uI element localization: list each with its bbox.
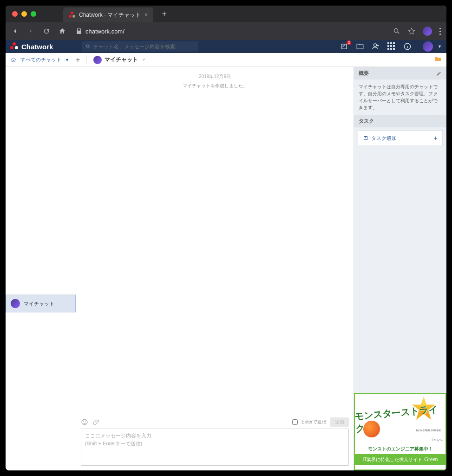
search-input[interactable]: [93, 44, 194, 49]
titlebar: Chatwork - マイチャット × +: [6, 6, 446, 22]
chevron-down-icon: ▼: [438, 44, 442, 49]
subheader: すべてのチャット ▼ + マイチャット: [6, 53, 446, 67]
search-icon: [85, 44, 91, 49]
back-icon[interactable]: [11, 27, 19, 35]
svg-point-2: [374, 44, 377, 46]
home-icon[interactable]: [59, 27, 66, 35]
url-text: chatwork.com/: [85, 28, 124, 35]
ad-subtext: MONSTER STRIKE: [416, 429, 441, 432]
browser-tab[interactable]: Chatwork - マイチャット ×: [63, 7, 153, 22]
send-button[interactable]: 送信: [330, 417, 349, 427]
plus-icon: +: [434, 134, 438, 142]
svg-point-4: [82, 419, 87, 425]
address-bar: chatwork.com/: [6, 22, 446, 40]
profile-avatar-icon[interactable]: [423, 26, 432, 36]
browser-menu-icon[interactable]: [439, 28, 441, 35]
room-title: マイチャット: [93, 56, 146, 64]
room-avatar-icon: [93, 56, 102, 64]
ad-footer-text: IT業界に特化した求人サイト: [362, 456, 422, 463]
system-message: マイチャットを作成しました。: [81, 83, 349, 89]
summary-body: マイチャットは自分専用のチャットです。自分用のメモやタスク管理、ファイルサーバー…: [354, 79, 446, 115]
task-badge: 2: [347, 40, 351, 45]
task-title: タスク: [359, 118, 374, 125]
enter-send-label: Enterで送信: [301, 419, 327, 425]
chat-list-upper: [6, 67, 76, 295]
window-controls: [12, 11, 36, 17]
chat-item-label: マイチャット: [24, 300, 54, 307]
folder-icon[interactable]: [434, 55, 442, 63]
svg-point-6: [85, 421, 85, 422]
advertisement[interactable]: 広告˅ モンスターストライク MONSTER STRIKE ©XFLAG モンス…: [354, 393, 446, 470]
task-icon[interactable]: 2: [340, 42, 348, 51]
home-outline-icon: [10, 57, 17, 63]
maximize-window-button[interactable]: [31, 11, 36, 17]
sidebar-item-mychat[interactable]: マイチャット: [6, 295, 76, 312]
attach-icon[interactable]: [93, 418, 100, 426]
ad-footer: IT業界に特化した求人サイト Green: [355, 454, 445, 465]
right-panel: 概要 マイチャットは自分専用のチャットです。自分用のメモやタスク管理、ファイルサ…: [354, 67, 446, 470]
user-menu[interactable]: ▼: [423, 41, 442, 52]
apps-grid-icon[interactable]: [387, 42, 396, 51]
lock-icon: [75, 27, 83, 35]
ad-headline: モンストのエンジニア募集中！: [355, 444, 445, 454]
message-input[interactable]: ここにメッセージ内容を入力 (Shift + Enterキーで送信): [81, 429, 349, 466]
tab-title: Chatwork - マイチャット: [79, 11, 141, 19]
info-icon[interactable]: [403, 42, 412, 51]
emoji-icon[interactable]: [81, 418, 88, 426]
svg-point-0: [394, 29, 398, 33]
chat-avatar-icon: [11, 299, 20, 308]
app-logo[interactable]: Chatwork: [10, 42, 53, 51]
task-header: タスク: [354, 115, 446, 127]
placeholder-line1: ここにメッセージ内容を入力: [85, 432, 345, 440]
main-panel: 2019年12月9日 マイチャットを作成しました。 Enterで送信 送信 ここ…: [76, 67, 354, 470]
summary-header: 概要: [354, 67, 446, 79]
summary-title: 概要: [359, 70, 369, 77]
new-tab-button[interactable]: +: [157, 9, 171, 19]
file-icon[interactable]: [356, 42, 364, 51]
svg-point-1: [86, 45, 89, 47]
ad-green-logo: Green: [424, 456, 438, 463]
add-chat-button[interactable]: +: [76, 56, 80, 64]
star-icon[interactable]: [408, 27, 415, 35]
enter-send-checkbox[interactable]: [292, 419, 298, 425]
placeholder-line2: (Shift + Enterキーで送信): [85, 440, 345, 448]
chevron-down-icon: ▼: [65, 58, 69, 62]
app-body: マイチャット 2019年12月9日 マイチャットを作成しました。 Enterで送…: [6, 67, 446, 470]
message-area: 2019年12月9日 マイチャットを作成しました。: [76, 67, 354, 413]
browser-window: Chatwork - マイチャット × + chatwork.com/ Chat…: [6, 6, 446, 470]
checkbox-icon: [363, 135, 368, 141]
add-task-button[interactable]: タスク追加 +: [358, 130, 443, 146]
minimize-window-button[interactable]: [21, 11, 27, 17]
tab-close-icon[interactable]: ×: [144, 12, 148, 18]
right-spacer: [354, 149, 446, 393]
sidebar: マイチャット: [6, 67, 76, 470]
user-avatar-icon: [423, 41, 433, 52]
pin-icon[interactable]: [141, 57, 146, 63]
divider: [86, 55, 87, 65]
contact-icon[interactable]: [372, 42, 380, 51]
zoom-icon[interactable]: [393, 27, 400, 35]
chatwork-favicon: [69, 12, 75, 18]
url-field[interactable]: chatwork.com/: [75, 27, 124, 35]
logo-text: Chatwork: [21, 43, 53, 51]
edit-icon[interactable]: [436, 71, 442, 76]
app-topnav: Chatwork 2 ▼: [6, 40, 446, 53]
logo-mark-icon: [10, 42, 19, 51]
chat-filter[interactable]: すべてのチャット ▼: [10, 56, 69, 63]
add-task-label: タスク追加: [371, 135, 397, 142]
compose-toolbar: Enterで送信 送信: [81, 416, 349, 429]
ad-copyright: ©XFLAG: [432, 438, 443, 441]
compose-area: Enterで送信 送信 ここにメッセージ内容を入力 (Shift + Enter…: [76, 413, 354, 470]
reload-icon[interactable]: [43, 27, 50, 35]
close-window-button[interactable]: [12, 11, 18, 17]
chat-filter-label: すべてのチャット: [20, 56, 61, 63]
forward-icon[interactable]: [27, 27, 34, 35]
date-separator: 2019年12月9日: [81, 73, 349, 80]
svg-point-5: [83, 421, 84, 422]
room-name: マイチャット: [105, 56, 138, 64]
chat-list-lower: [6, 312, 76, 470]
ad-image: モンスターストライク MONSTER STRIKE ©XFLAG: [355, 394, 445, 444]
search-box[interactable]: [82, 41, 198, 52]
